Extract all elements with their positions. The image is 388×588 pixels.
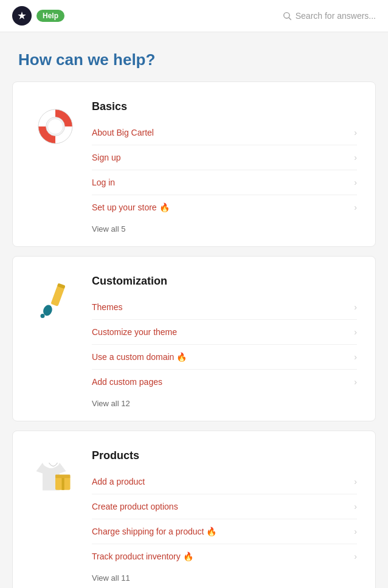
view-all-products[interactable]: View all 11: [92, 569, 130, 583]
list-item[interactable]: Log in ›: [92, 170, 357, 195]
svg-point-3: [47, 119, 63, 134]
customization-links: Themes › Customize your theme › Use a cu…: [92, 295, 357, 394]
list-item[interactable]: Add custom pages ›: [92, 370, 357, 394]
basics-card: Basics About Big Cartel › Sign up › Log …: [12, 81, 376, 247]
lifesaver-icon: [34, 105, 77, 148]
chevron-right-icon: ›: [354, 477, 357, 486]
basics-icon-area: [31, 100, 80, 148]
product-icon: [31, 454, 80, 497]
view-all-customization[interactable]: View all 12: [92, 394, 130, 408]
customization-card-content: Customization Themes › Customize your th…: [92, 275, 357, 409]
link-text: Track product inventory 🔥: [92, 552, 193, 561]
svg-rect-12: [55, 475, 71, 479]
svg-point-0: [283, 13, 289, 18]
link-text: Set up your store 🔥: [92, 202, 170, 212]
chevron-right-icon: ›: [354, 527, 357, 536]
list-item[interactable]: Sign up ›: [92, 145, 357, 170]
view-all-basics[interactable]: View all 5: [92, 220, 125, 233]
search-container[interactable]: Search for answers...: [282, 11, 376, 21]
header-left: Help: [12, 6, 64, 26]
list-item[interactable]: Set up your store 🔥 ›: [92, 195, 357, 220]
chevron-right-icon: ›: [354, 502, 357, 511]
link-text: Add a product: [92, 477, 145, 486]
chevron-right-icon: ›: [354, 202, 357, 212]
customization-card: Customization Themes › Customize your th…: [12, 256, 376, 421]
link-text: Customize your theme: [92, 327, 177, 337]
products-title: Products: [92, 449, 357, 462]
list-item[interactable]: About Big Cartel ›: [92, 120, 357, 145]
basics-links: About Big Cartel › Sign up › Log in › Se…: [92, 120, 357, 220]
list-item[interactable]: Themes ›: [92, 295, 357, 320]
page-title-section: How can we help?: [0, 32, 388, 81]
products-card: Products Add a product › Create product …: [12, 431, 376, 588]
chevron-right-icon: ›: [354, 552, 357, 561]
chevron-right-icon: ›: [354, 352, 357, 362]
logo-icon: [12, 6, 32, 26]
list-item[interactable]: Charge shipping for a product 🔥 ›: [92, 519, 357, 544]
list-item[interactable]: Add a product ›: [92, 469, 357, 494]
chevron-right-icon: ›: [354, 302, 357, 312]
help-badge: Help: [36, 10, 64, 22]
chevron-right-icon: ›: [354, 327, 357, 337]
products-links: Add a product › Create product options ›…: [92, 469, 357, 569]
list-item[interactable]: Customize your theme ›: [92, 320, 357, 345]
svg-point-8: [41, 314, 45, 318]
link-text: About Big Cartel: [92, 128, 154, 137]
customization-icon-area: [31, 275, 80, 322]
chevron-right-icon: ›: [354, 178, 357, 187]
search-icon: [282, 11, 292, 21]
basics-title: Basics: [92, 100, 357, 113]
products-card-content: Products Add a product › Create product …: [92, 449, 357, 583]
link-text: Add custom pages: [92, 377, 162, 387]
basics-card-content: Basics About Big Cartel › Sign up › Log …: [92, 100, 357, 234]
header: Help Search for answers...: [0, 0, 388, 32]
list-item[interactable]: Use a custom domain 🔥 ›: [92, 345, 357, 370]
search-placeholder: Search for answers...: [296, 11, 376, 21]
logo-inner: [18, 12, 26, 20]
link-text: Themes: [92, 302, 123, 312]
link-text: Log in: [92, 178, 115, 187]
page-title: How can we help?: [18, 50, 370, 69]
list-item[interactable]: Create product options ›: [92, 494, 357, 519]
products-icon-area: [31, 449, 80, 497]
chevron-right-icon: ›: [354, 153, 357, 162]
svg-line-1: [289, 18, 291, 20]
paintbrush-icon: [34, 280, 77, 322]
link-text: Use a custom domain 🔥: [92, 352, 187, 362]
svg-rect-11: [62, 476, 64, 489]
link-text: Create product options: [92, 502, 178, 511]
chevron-right-icon: ›: [354, 128, 357, 137]
chevron-right-icon: ›: [354, 377, 357, 387]
customization-title: Customization: [92, 275, 357, 288]
list-item[interactable]: Track product inventory 🔥 ›: [92, 544, 357, 569]
link-text: Sign up: [92, 153, 120, 162]
link-text: Charge shipping for a product 🔥: [92, 527, 217, 536]
cards-container: Basics About Big Cartel › Sign up › Log …: [0, 81, 388, 588]
